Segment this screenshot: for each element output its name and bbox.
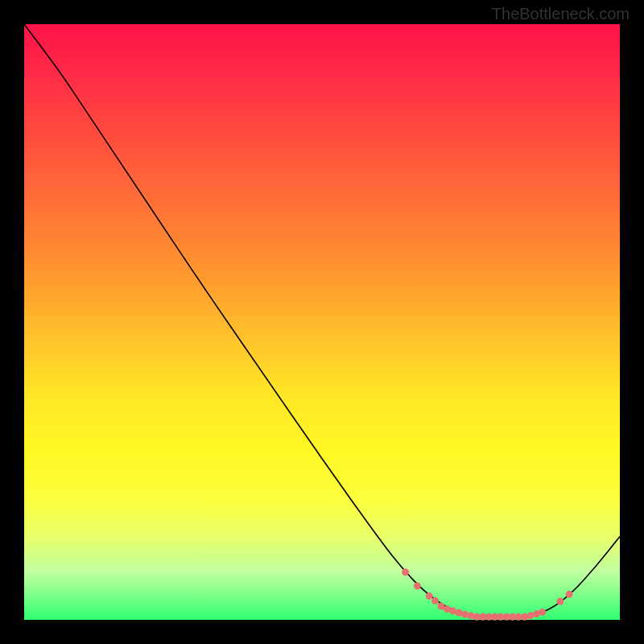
curve-marker — [431, 597, 439, 605]
curve-marker — [566, 591, 573, 598]
curve-marker — [461, 611, 469, 618]
curve-marker — [402, 568, 409, 576]
chart-svg — [24, 24, 620, 620]
curve-marker — [557, 598, 564, 605]
chart-plot-area — [24, 24, 620, 620]
curve-markers — [402, 568, 572, 621]
curve-marker — [414, 582, 421, 589]
curve-marker — [521, 613, 528, 621]
curve-marker — [539, 609, 546, 616]
watermark-text: TheBottleneck.com — [492, 5, 630, 23]
curve-marker — [426, 592, 433, 600]
bottleneck-curve — [24, 24, 620, 617]
curve-marker — [468, 612, 475, 619]
